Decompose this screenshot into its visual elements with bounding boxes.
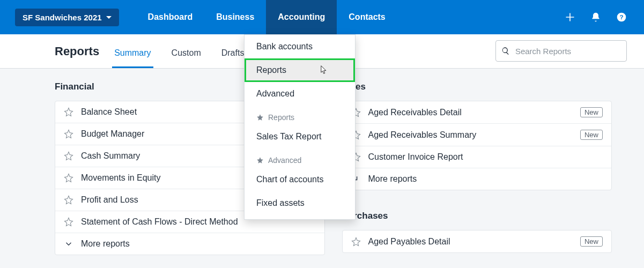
nav-dashboard[interactable]: Dashboard — [136, 0, 205, 34]
nav-accounting[interactable]: Accounting — [266, 0, 337, 34]
dd-reports-label: Reports — [256, 65, 286, 75]
more-label: More reports — [81, 239, 130, 249]
dd-advanced[interactable]: Advanced — [245, 82, 355, 106]
more-label: More reports — [368, 174, 417, 184]
tabs: Summary Custom Drafts — [112, 48, 246, 68]
section-title-purchases: Purchases — [342, 211, 612, 221]
help-icon[interactable]: ? — [616, 12, 627, 23]
top-nav: SF Sandwiches 2021 Dashboard Business Ac… — [0, 0, 644, 34]
nav-items: Dashboard Business Accounting Contacts — [136, 0, 397, 34]
tab-custom[interactable]: Custom — [169, 48, 203, 68]
bell-icon[interactable] — [590, 12, 601, 23]
page-title: Reports — [55, 44, 99, 68]
star-icon — [64, 173, 73, 183]
chevron-down-icon — [64, 239, 73, 249]
new-badge: New — [580, 107, 603, 117]
report-label: Aged Receivables Detail — [368, 108, 462, 117]
dd-fixed-assets[interactable]: Fixed assets — [245, 191, 355, 215]
pointer-cursor-icon — [320, 65, 327, 75]
purchases-group: Aged Payables Detail New — [342, 230, 612, 253]
dd-sales-tax[interactable]: Sales Tax Report — [245, 125, 355, 148]
report-item[interactable]: Aged Payables Detail New — [343, 230, 612, 252]
search-input[interactable] — [515, 47, 621, 56]
report-label: Budget Manager — [81, 129, 144, 139]
dd-section-label: Reports — [268, 113, 294, 122]
star-icon — [256, 157, 264, 164]
search-icon — [501, 46, 510, 56]
report-label: Customer Invoice Report — [368, 152, 463, 162]
report-item[interactable]: Customer Invoice Report — [343, 146, 612, 168]
star-icon — [256, 114, 264, 121]
report-item[interactable]: Aged Receivables Summary New — [343, 124, 612, 146]
section-title-sales: Sales — [342, 81, 612, 92]
report-label: Statement of Cash Flows - Direct Method — [81, 217, 238, 227]
dd-section-advanced: Advanced — [245, 148, 355, 168]
report-item[interactable]: Aged Receivables Detail New — [343, 101, 612, 124]
plus-icon[interactable] — [565, 12, 575, 23]
sales-group: Aged Receivables Detail New Aged Receiva… — [342, 101, 612, 190]
star-icon — [64, 107, 73, 117]
star-icon — [64, 129, 73, 139]
report-label: Balance Sheet — [81, 107, 137, 117]
dd-chart-of-accounts[interactable]: Chart of accounts — [245, 168, 355, 191]
org-name: SF Sandwiches 2021 — [23, 13, 102, 22]
nav-right: ? — [565, 12, 631, 23]
nav-contacts[interactable]: Contacts — [337, 0, 397, 34]
nav-business[interactable]: Business — [204, 0, 266, 34]
star-icon — [351, 237, 361, 247]
report-label: Profit and Loss — [81, 195, 138, 205]
report-label: Aged Receivables Summary — [368, 130, 477, 140]
dd-bank-accounts[interactable]: Bank accounts — [245, 35, 355, 58]
new-badge: New — [580, 130, 603, 140]
search-wrap[interactable] — [495, 40, 627, 62]
svg-text:?: ? — [619, 13, 623, 20]
star-icon — [64, 151, 73, 161]
report-label: Cash Summary — [81, 151, 140, 161]
org-selector[interactable]: SF Sandwiches 2021 — [15, 9, 119, 26]
report-label: Aged Payables Detail — [368, 237, 450, 247]
caret-down-icon — [106, 16, 112, 19]
report-label: Movements in Equity — [81, 173, 161, 183]
subheader-left: Reports Summary Custom Drafts — [55, 44, 246, 68]
new-badge: New — [580, 236, 603, 247]
more-reports[interactable]: More reports — [343, 168, 612, 190]
dd-section-label: Advanced — [268, 156, 301, 165]
star-icon — [64, 217, 73, 227]
star-icon — [64, 195, 73, 205]
accounting-dropdown: Bank accounts Reports Advanced Reports S… — [244, 34, 356, 220]
dd-reports[interactable]: Reports — [245, 58, 355, 82]
more-reports[interactable]: More reports — [55, 233, 324, 255]
tab-summary[interactable]: Summary — [112, 48, 153, 68]
dd-section-reports: Reports — [245, 106, 355, 125]
col-right: Sales Aged Receivables Detail New Aged R… — [342, 81, 612, 255]
tab-drafts[interactable]: Drafts — [219, 48, 247, 68]
